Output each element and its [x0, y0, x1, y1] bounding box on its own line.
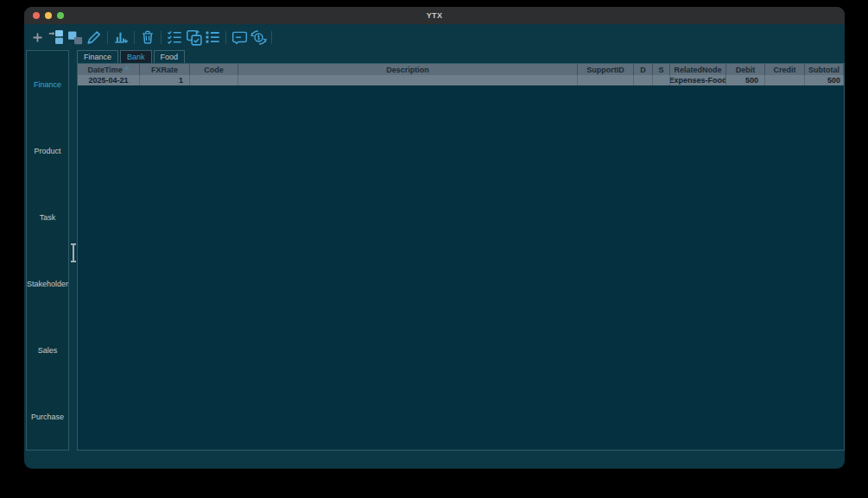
- tab-bank[interactable]: Bank: [120, 50, 152, 63]
- column-header-fxrate[interactable]: FXRate: [140, 64, 190, 75]
- cell-d[interactable]: [634, 75, 653, 85]
- cell-debit[interactable]: 500: [726, 75, 765, 85]
- toolbar-separator: [271, 31, 272, 44]
- tab-food[interactable]: Food: [154, 50, 186, 63]
- list-icon: [205, 29, 220, 45]
- toolbar-separator: [134, 31, 135, 44]
- splitter-handle[interactable]: [73, 244, 74, 262]
- cell-datetime[interactable]: 2025-04-21: [78, 75, 140, 85]
- sidebar-item-task[interactable]: Task: [27, 184, 68, 250]
- toolbar-separator: [107, 31, 108, 44]
- tab-panel: Finance Bank Food DateTime ^ FXRate Code…: [77, 50, 845, 451]
- remove-button[interactable]: [139, 28, 156, 47]
- sync-check-button[interactable]: [185, 28, 202, 47]
- column-header-subtotal[interactable]: Subtotal: [805, 64, 844, 75]
- statement-button[interactable]: [231, 28, 248, 47]
- cell-credit[interactable]: [765, 75, 805, 85]
- sidebar: Finance Product Task Stakeholder Sales P…: [26, 50, 69, 451]
- currency-transfer-icon: [250, 29, 267, 46]
- table-row[interactable]: 2025-04-21 1 Expenses-Food 500 500: [78, 75, 844, 85]
- column-header-s[interactable]: S: [653, 64, 670, 75]
- column-header-d[interactable]: D: [634, 64, 653, 75]
- tab-finance[interactable]: Finance: [77, 50, 118, 63]
- traffic-lights: [33, 7, 64, 24]
- append-node-button[interactable]: [48, 28, 65, 47]
- insert-chart-icon: [113, 29, 129, 45]
- statement-icon: [231, 29, 248, 46]
- toolbar-separator: [225, 31, 226, 44]
- list-button[interactable]: [204, 28, 221, 47]
- sidebar-item-product[interactable]: Product: [27, 117, 68, 184]
- close-button[interactable]: [33, 12, 40, 19]
- transaction-table: DateTime ^ FXRate Code Description Suppo…: [77, 63, 845, 451]
- check-list-button[interactable]: [166, 28, 183, 47]
- sidebar-item-sales[interactable]: Sales: [27, 317, 68, 383]
- edit-button[interactable]: [86, 28, 103, 47]
- column-header-description[interactable]: Description: [238, 64, 578, 75]
- cell-code[interactable]: [190, 75, 238, 85]
- sync-check-icon: [186, 29, 202, 46]
- edit-icon: [86, 29, 102, 45]
- cell-supportid[interactable]: [578, 75, 634, 85]
- app-window: YTX: [24, 7, 845, 469]
- column-header-debit[interactable]: Debit: [726, 64, 765, 75]
- zoom-button[interactable]: [57, 12, 64, 19]
- append-node-icon: [48, 29, 64, 45]
- column-header-relatednode[interactable]: RelatedNode: [670, 64, 726, 75]
- column-header-datetime[interactable]: DateTime ^: [78, 64, 140, 75]
- insert-chart-button[interactable]: [112, 28, 130, 47]
- cell-fxrate[interactable]: 1: [140, 75, 190, 85]
- add-icon: [31, 31, 44, 44]
- column-header-supportid[interactable]: SupportID: [578, 64, 634, 75]
- insert-child-icon: [67, 29, 83, 45]
- cell-description[interactable]: [238, 75, 578, 85]
- sidebar-item-finance[interactable]: Finance: [27, 51, 68, 117]
- screen: YTX: [0, 0, 868, 498]
- table-header: DateTime ^ FXRate Code Description Suppo…: [78, 64, 844, 75]
- sort-asc-icon: ^: [125, 66, 130, 73]
- sidebar-item-stakeholder[interactable]: Stakeholder: [27, 250, 68, 317]
- currency-transfer-button[interactable]: [250, 28, 267, 47]
- cell-relatednode[interactable]: Expenses-Food: [670, 75, 726, 85]
- column-header-code[interactable]: Code: [190, 64, 238, 75]
- toolbar: [24, 24, 845, 50]
- toolbar-separator: [161, 31, 162, 44]
- tab-bar: Finance Bank Food: [77, 50, 845, 63]
- column-header-credit[interactable]: Credit: [765, 64, 805, 75]
- sidebar-item-purchase[interactable]: Purchase: [27, 383, 68, 450]
- titlebar: YTX: [24, 7, 845, 24]
- cell-subtotal[interactable]: 500: [805, 75, 844, 85]
- window-title: YTX: [427, 11, 443, 20]
- minimize-button[interactable]: [45, 12, 52, 19]
- add-button[interactable]: [29, 28, 46, 47]
- remove-icon: [140, 29, 155, 45]
- cell-s[interactable]: [653, 75, 670, 85]
- check-list-icon: [167, 29, 182, 45]
- insert-child-button[interactable]: [67, 28, 84, 47]
